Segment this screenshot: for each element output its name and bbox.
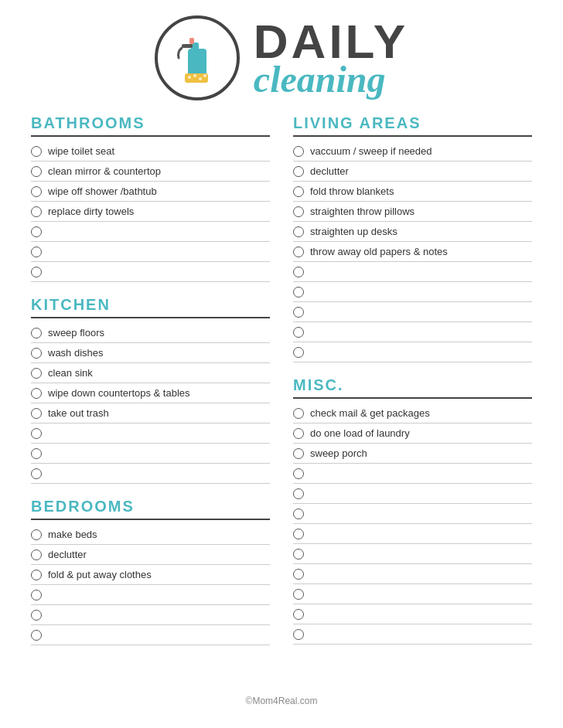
checkbox[interactable] (293, 468, 304, 479)
list-item[interactable] (293, 564, 532, 584)
list-item[interactable]: make beds (31, 525, 270, 545)
checkbox[interactable] (293, 428, 304, 439)
list-item[interactable]: vaccuum / sweep if needed (293, 141, 532, 162)
checkbox[interactable] (31, 328, 42, 338)
checkbox[interactable] (31, 247, 42, 257)
checkbox[interactable] (31, 166, 42, 177)
checkbox[interactable] (293, 609, 304, 620)
checkbox[interactable] (293, 509, 304, 519)
list-item[interactable]: check mail & get packages (293, 403, 532, 424)
list-item[interactable]: wipe down countertops & tables (31, 383, 270, 403)
checkbox[interactable] (293, 529, 304, 539)
list-item[interactable] (293, 302, 532, 322)
checkbox[interactable] (31, 146, 42, 157)
checkbox[interactable] (293, 589, 304, 600)
checkbox[interactable] (31, 226, 42, 237)
checkbox[interactable] (293, 206, 304, 217)
left-column: BATHROOMS wipe toilet seat clean mirror … (31, 114, 270, 688)
list-item[interactable] (31, 585, 270, 605)
list-item[interactable]: clean mirror & countertop (31, 162, 270, 182)
checkbox[interactable] (293, 488, 304, 499)
checkbox[interactable] (31, 368, 42, 379)
list-item[interactable]: wipe toilet seat (31, 141, 270, 162)
list-item[interactable]: declutter (293, 162, 532, 182)
checkbox[interactable] (293, 347, 304, 358)
checkbox[interactable] (31, 590, 42, 600)
title-block: DAILY cleaning (254, 18, 408, 98)
list-item[interactable] (293, 504, 532, 524)
checkbox[interactable] (31, 428, 42, 439)
list-item[interactable]: do one load of laundry (293, 424, 532, 444)
checkbox[interactable] (293, 408, 304, 419)
list-item[interactable]: wipe off shower /bathtub (31, 182, 270, 202)
checkbox[interactable] (293, 569, 304, 580)
list-item[interactable]: fold throw blankets (293, 182, 532, 202)
checkbox[interactable] (31, 610, 42, 621)
list-item[interactable] (31, 625, 270, 645)
list-item[interactable] (293, 584, 532, 604)
checkbox[interactable] (293, 448, 304, 459)
item-text: vaccuum / sweep if needed (310, 145, 432, 157)
list-item[interactable] (31, 424, 270, 444)
list-item[interactable] (293, 524, 532, 544)
checkbox[interactable] (31, 570, 42, 580)
checkbox[interactable] (293, 549, 304, 560)
list-item[interactable]: straighten up desks (293, 222, 532, 242)
item-text: wipe down countertops & tables (48, 387, 190, 399)
checkbox[interactable] (31, 468, 42, 479)
list-item[interactable] (31, 262, 270, 282)
columns: BATHROOMS wipe toilet seat clean mirror … (31, 114, 532, 688)
checkbox[interactable] (31, 186, 42, 197)
list-item[interactable]: clean sink (31, 363, 270, 383)
checkbox[interactable] (293, 146, 304, 157)
item-text: replace dirty towels (48, 206, 134, 217)
checkbox[interactable] (293, 287, 304, 298)
list-item[interactable] (31, 222, 270, 242)
list-item[interactable] (293, 282, 532, 302)
checkbox[interactable] (31, 549, 42, 560)
item-text: straighten throw pillows (310, 206, 415, 217)
list-item[interactable]: replace dirty towels (31, 202, 270, 222)
list-item[interactable]: straighten throw pillows (293, 202, 532, 222)
checkbox[interactable] (293, 629, 304, 640)
list-item[interactable]: sweep floors (31, 323, 270, 343)
list-item[interactable]: fold & put away clothes (31, 565, 270, 585)
list-item[interactable]: take out trash (31, 403, 270, 424)
list-item[interactable] (293, 262, 532, 282)
svg-point-6 (193, 74, 196, 77)
list-item[interactable] (31, 464, 270, 484)
list-item[interactable]: throw away old papers & notes (293, 242, 532, 262)
checkbox[interactable] (293, 186, 304, 197)
checkbox[interactable] (31, 408, 42, 419)
checkbox[interactable] (293, 247, 304, 257)
list-item[interactable] (31, 444, 270, 464)
list-item[interactable] (293, 342, 532, 362)
list-item[interactable] (293, 624, 532, 645)
list-item[interactable]: sweep porch (293, 444, 532, 464)
list-item[interactable] (293, 604, 532, 624)
checkbox[interactable] (31, 388, 42, 399)
checkbox[interactable] (31, 448, 42, 459)
list-item[interactable] (293, 464, 532, 484)
checkbox[interactable] (31, 206, 42, 217)
svg-rect-2 (182, 44, 193, 48)
checkbox[interactable] (293, 226, 304, 237)
checkbox[interactable] (293, 166, 304, 177)
item-text: sweep floors (48, 327, 104, 338)
checkbox[interactable] (31, 630, 42, 641)
checkbox[interactable] (31, 348, 42, 359)
list-item[interactable] (31, 605, 270, 625)
checkbox[interactable] (31, 267, 42, 277)
list-item[interactable] (293, 484, 532, 504)
checkbox[interactable] (293, 307, 304, 318)
list-item[interactable] (31, 242, 270, 262)
list-item[interactable]: wash dishes (31, 343, 270, 363)
checkbox[interactable] (31, 529, 42, 540)
list-item[interactable] (293, 544, 532, 564)
item-text: straighten up desks (310, 226, 398, 237)
list-item[interactable]: declutter (31, 545, 270, 565)
checkbox[interactable] (293, 267, 304, 277)
list-item[interactable] (293, 322, 532, 342)
checkbox[interactable] (293, 327, 304, 338)
item-text: declutter (48, 549, 87, 560)
